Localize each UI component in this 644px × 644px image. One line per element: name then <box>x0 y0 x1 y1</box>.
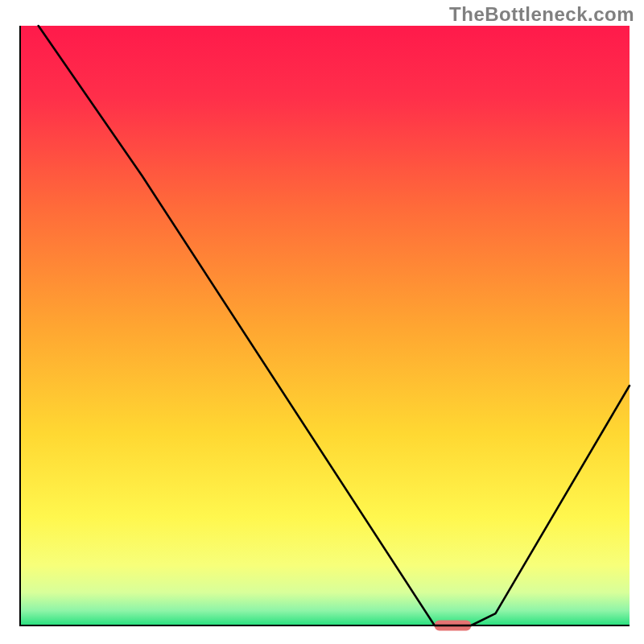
watermark-text: TheBottleneck.com <box>449 3 634 26</box>
plot-background <box>20 26 630 625</box>
bottleneck-chart: TheBottleneck.com <box>0 0 644 644</box>
chart-svg <box>0 0 644 644</box>
